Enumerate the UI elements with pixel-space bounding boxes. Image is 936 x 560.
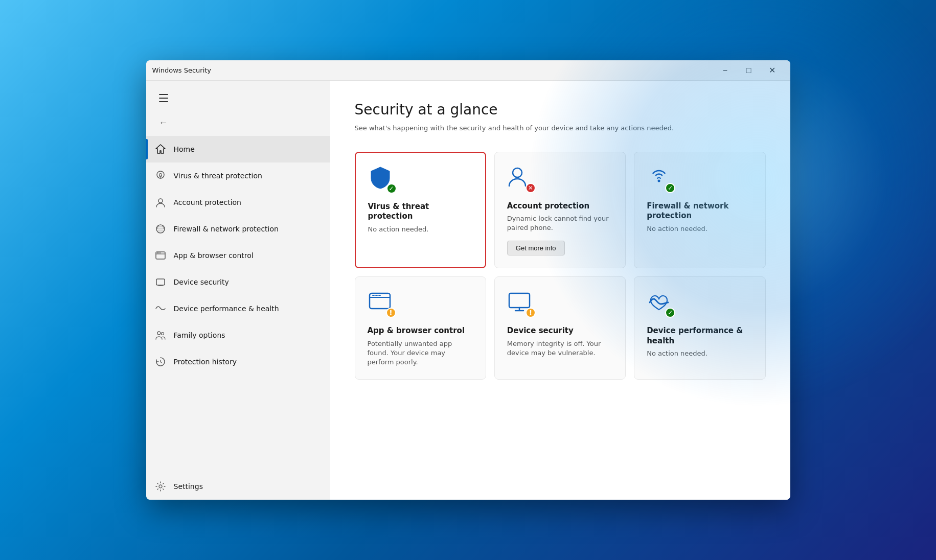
family-icon	[154, 329, 167, 341]
svg-point-6	[161, 333, 164, 335]
device-health-status-badge: ✓	[665, 308, 675, 318]
browser-status-badge: !	[386, 308, 396, 318]
sidebar-item-home[interactable]: Home	[146, 136, 330, 162]
device-health-card[interactable]: ✓ Device performance & health No action …	[634, 276, 765, 380]
sidebar-item-device-health[interactable]: Device performance & health	[146, 295, 330, 322]
sidebar-item-device-security[interactable]: Device security	[146, 269, 330, 295]
device-security-card-desc: Memory integrity is off. Your device may…	[507, 339, 613, 358]
device-health-card-icon-area: ✓	[647, 289, 675, 318]
back-button[interactable]: ←	[154, 113, 173, 132]
sidebar-label-device-health: Device performance & health	[174, 305, 279, 313]
svg-point-9	[658, 179, 660, 182]
hamburger-line-2	[159, 98, 168, 99]
account-icon	[154, 196, 167, 208]
browser-icon	[154, 249, 167, 262]
maximize-button[interactable]: □	[737, 62, 761, 79]
sidebar-label-account: Account protection	[174, 198, 242, 206]
title-bar: Windows Security − □ ✕	[146, 60, 790, 81]
virus-status-badge: ✓	[386, 183, 397, 194]
hamburger-line-1	[159, 94, 168, 95]
sidebar-item-settings[interactable]: Settings	[146, 473, 330, 500]
device-security-icon	[154, 276, 167, 288]
virus-card-icon-area: ✓	[368, 165, 397, 194]
device-health-card-title: Device performance & health	[647, 326, 752, 346]
firewall-card-title: Firewall & network protection	[647, 201, 752, 221]
browser-control-card[interactable]: ! App & browser control Potentially unwa…	[355, 276, 486, 380]
svg-point-7	[159, 485, 162, 488]
firewall-card[interactable]: ✓ Firewall & network protection No actio…	[634, 152, 765, 269]
sidebar-label-browser: App & browser control	[174, 251, 254, 260]
sidebar-label-home: Home	[174, 145, 195, 153]
sidebar-item-account[interactable]: Account protection	[146, 189, 330, 216]
home-icon	[154, 143, 167, 155]
sidebar-label-family: Family options	[174, 331, 225, 339]
browser-card-title: App & browser control	[368, 326, 473, 336]
sidebar: ← Home Virus &	[146, 81, 330, 500]
firewall-icon	[154, 223, 167, 235]
device-health-icon	[154, 302, 167, 315]
firewall-status-badge: ✓	[665, 183, 675, 193]
virus-card-desc: No action needed.	[368, 225, 473, 234]
account-protection-card[interactable]: ✕ Account protection Dynamic lock cannot…	[494, 152, 626, 269]
sidebar-label-virus: Virus & threat protection	[174, 172, 262, 180]
svg-point-5	[157, 332, 161, 335]
svg-point-0	[159, 174, 162, 176]
device-security-card[interactable]: ! Device security Memory integrity is of…	[494, 276, 626, 380]
sidebar-label-history: Protection history	[174, 358, 237, 366]
account-status-badge: ✕	[526, 183, 536, 193]
history-icon	[154, 356, 167, 368]
sidebar-label-device-security: Device security	[174, 278, 229, 286]
account-get-more-info-button[interactable]: Get more info	[507, 241, 565, 255]
sidebar-label-firewall: Firewall & network protection	[174, 225, 279, 233]
window-title: Windows Security	[152, 66, 714, 74]
virus-icon	[154, 170, 167, 182]
hamburger-line-3	[159, 101, 168, 102]
sidebar-label-settings: Settings	[174, 482, 203, 491]
firewall-card-icon-area: ✓	[647, 165, 675, 193]
hamburger-button[interactable]	[154, 89, 173, 107]
minimize-button[interactable]: −	[714, 62, 737, 79]
virus-card-title: Virus & threat protection	[368, 202, 473, 222]
svg-point-1	[158, 199, 163, 203]
account-card-title: Account protection	[507, 201, 613, 212]
svg-rect-11	[509, 293, 530, 308]
close-button[interactable]: ✕	[761, 62, 784, 79]
cards-grid: ✓ Virus & threat protection No action ne…	[355, 152, 766, 380]
svg-rect-4	[156, 279, 165, 285]
svg-point-8	[513, 168, 522, 177]
app-body: ← Home Virus &	[146, 81, 790, 500]
sidebar-item-history[interactable]: Protection history	[146, 348, 330, 375]
account-card-icon-area: ✕	[507, 165, 536, 193]
page-title: Security at a glance	[355, 101, 766, 118]
device-security-card-title: Device security	[507, 326, 613, 336]
browser-card-desc: Potentially unwanted app found. Your dev…	[368, 339, 473, 367]
device-security-card-icon-area: !	[507, 289, 536, 318]
account-card-desc: Dynamic lock cannot find your paired pho…	[507, 214, 613, 232]
main-window: Windows Security − □ ✕ ←	[146, 60, 790, 500]
device-security-status-badge: !	[526, 308, 536, 318]
firewall-card-desc: No action needed.	[647, 224, 752, 234]
settings-icon	[154, 480, 167, 493]
window-controls: − □ ✕	[714, 62, 784, 79]
browser-card-icon-area: !	[368, 289, 396, 318]
device-health-card-desc: No action needed.	[647, 349, 752, 358]
sidebar-top	[146, 85, 330, 111]
virus-threat-card[interactable]: ✓ Virus & threat protection No action ne…	[355, 152, 486, 269]
main-content: Security at a glance See what's happenin…	[330, 81, 790, 500]
page-subtitle: See what's happening with the security a…	[355, 123, 766, 133]
sidebar-item-browser[interactable]: App & browser control	[146, 242, 330, 269]
sidebar-item-family[interactable]: Family options	[146, 322, 330, 348]
sidebar-item-firewall[interactable]: Firewall & network protection	[146, 216, 330, 242]
sidebar-item-virus[interactable]: Virus & threat protection	[146, 162, 330, 189]
